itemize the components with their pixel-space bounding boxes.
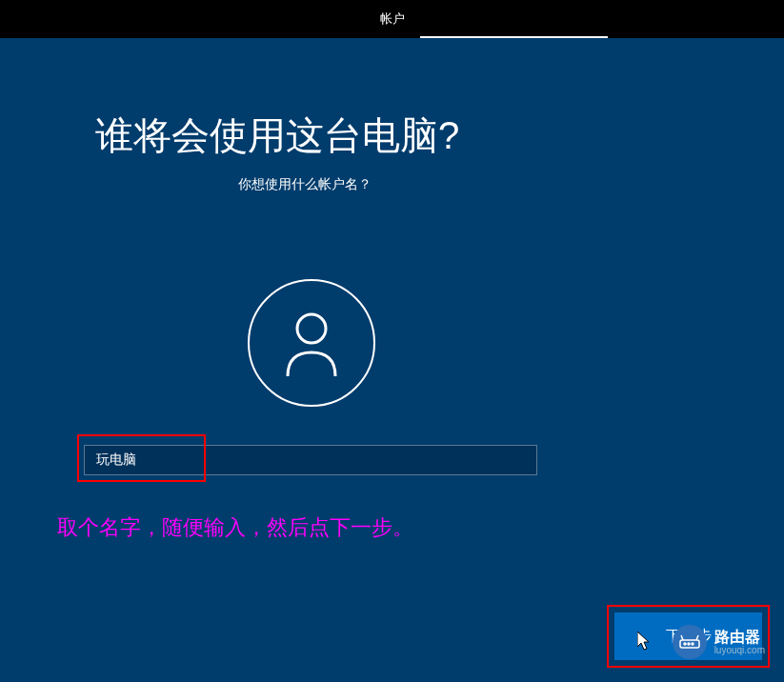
cursor-icon (637, 632, 651, 651)
top-bar-label: 帐户 (380, 10, 405, 28)
svg-point-4 (692, 643, 694, 645)
svg-line-5 (681, 635, 683, 640)
input-section (95, 445, 689, 475)
avatar-placeholder (248, 279, 375, 407)
top-bar-underline (420, 36, 608, 38)
page-title: 谁将会使用这台电脑? (95, 110, 689, 162)
svg-point-2 (684, 643, 686, 645)
svg-point-0 (297, 314, 326, 343)
username-input[interactable] (84, 445, 537, 475)
svg-line-6 (696, 635, 698, 640)
watermark-title: 路由器 (714, 629, 765, 646)
svg-point-3 (688, 643, 690, 645)
watermark: 路由器 luyouqi.com (673, 625, 765, 659)
user-icon (283, 310, 340, 376)
main-content: 谁将会使用这台电脑? 你想使用什么帐户名？ 取个名字，随便输入，然后点下一步。 (0, 38, 784, 542)
watermark-logo-icon (673, 625, 707, 659)
top-bar: 帐户 (0, 0, 784, 38)
watermark-text: 路由器 luyouqi.com (714, 629, 765, 656)
watermark-url: luyouqi.com (714, 645, 765, 655)
annotation-text: 取个名字，随便输入，然后点下一步。 (57, 513, 689, 542)
page-subtitle: 你想使用什么帐户名？ (238, 176, 689, 193)
